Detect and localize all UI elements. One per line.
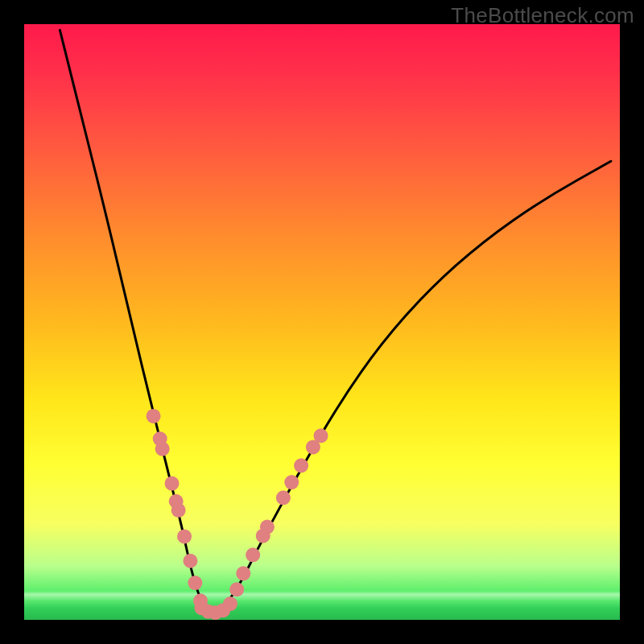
bottleneck-curve (60, 30, 611, 611)
marker-dot (294, 458, 308, 473)
marker-dot (223, 597, 237, 611)
marker-dot (236, 566, 250, 580)
marker-dot (276, 490, 291, 505)
marker-dot (183, 554, 197, 568)
marker-dot (147, 409, 161, 423)
marker-dot (188, 576, 202, 590)
marker-dot (171, 503, 186, 518)
marker-dot (246, 547, 260, 562)
curve-layer (24, 24, 620, 620)
scatter-markers (147, 409, 328, 620)
marker-dot (177, 529, 192, 543)
marker-dot (314, 428, 328, 443)
marker-dot (165, 477, 180, 491)
chart-frame: TheBottleneck.com (0, 0, 644, 644)
marker-dot (260, 520, 275, 535)
marker-dot (229, 582, 244, 597)
marker-dot (155, 442, 170, 456)
plot-area (24, 24, 620, 620)
marker-dot (284, 475, 299, 489)
